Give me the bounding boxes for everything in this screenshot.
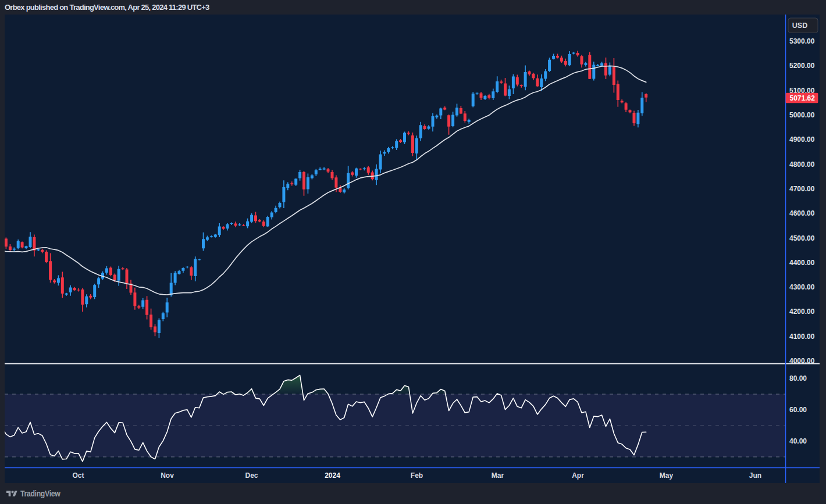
svg-text:Feb: Feb — [411, 471, 423, 480]
svg-text:40.00: 40.00 — [789, 437, 807, 445]
svg-text:4000.00: 4000.00 — [789, 357, 815, 365]
svg-text:4900.00: 4900.00 — [789, 135, 815, 144]
svg-text:2024: 2024 — [325, 471, 340, 480]
svg-text:May: May — [660, 471, 674, 480]
svg-text:Apr: Apr — [572, 471, 584, 480]
svg-text:USD: USD — [792, 22, 807, 30]
svg-text:4600.00: 4600.00 — [789, 209, 815, 217]
svg-text:5300.00: 5300.00 — [789, 37, 815, 45]
svg-text:Oct: Oct — [72, 471, 84, 480]
svg-text:Dec: Dec — [245, 471, 258, 480]
svg-text:4200.00: 4200.00 — [789, 308, 815, 316]
svg-text:Mar: Mar — [492, 471, 504, 480]
svg-text:4400.00: 4400.00 — [789, 259, 815, 267]
svg-text:Jun: Jun — [749, 471, 761, 480]
svg-text:80.00: 80.00 — [789, 374, 807, 383]
svg-text:5071.62: 5071.62 — [790, 94, 816, 102]
svg-text:Nov: Nov — [161, 471, 174, 480]
svg-text:5000.00: 5000.00 — [789, 111, 815, 119]
svg-text:4100.00: 4100.00 — [789, 333, 815, 341]
svg-text:4800.00: 4800.00 — [789, 160, 815, 169]
svg-text:5200.00: 5200.00 — [789, 62, 815, 70]
svg-text:60.00: 60.00 — [789, 406, 807, 414]
svg-text:4300.00: 4300.00 — [789, 283, 815, 291]
svg-text:4500.00: 4500.00 — [789, 234, 815, 242]
svg-text:4700.00: 4700.00 — [789, 185, 815, 193]
